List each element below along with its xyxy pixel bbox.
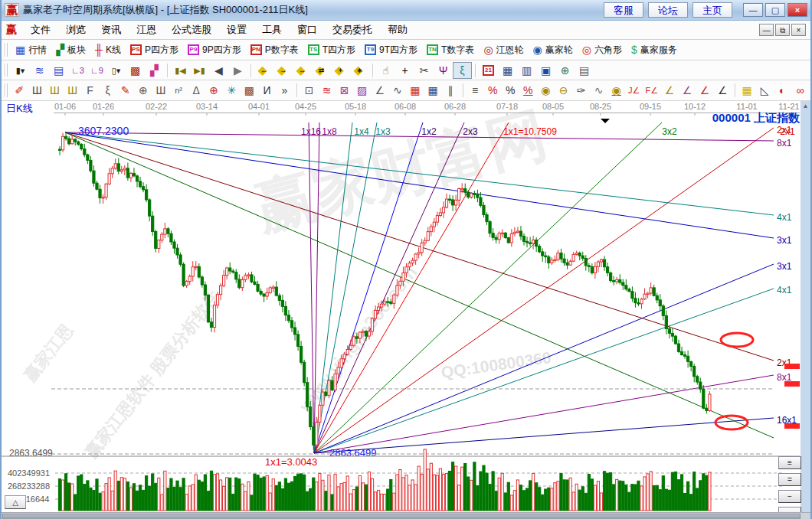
info-panel-button[interactable]: ▤ — [49, 62, 68, 79]
sectors-button[interactable]: ▞板块 — [51, 41, 90, 58]
box-fan-button[interactable]: ⊠ — [336, 82, 353, 99]
mdi-minimize-button[interactable]: — — [759, 24, 774, 36]
zoom-in-all-button[interactable]: ◆+ — [331, 62, 350, 79]
gold-line-button[interactable]: ⊖ — [555, 82, 572, 99]
zoom-out-all-button[interactable]: ◆∗ — [350, 62, 369, 79]
expand-x-button[interactable]: ◆→ — [273, 62, 293, 79]
wave-band-button[interactable]: ∿ — [590, 82, 607, 99]
kline-style-button[interactable]: ▮▾ — [11, 62, 30, 79]
grid-blue-button[interactable]: ▦ — [424, 82, 442, 99]
shrink-x-button[interactable]: ◆← — [254, 62, 273, 79]
delete-line-button[interactable]: ✂ — [414, 62, 434, 79]
crosshair-button[interactable]: + — [395, 62, 414, 79]
calculator-button[interactable]: ▦ — [498, 62, 517, 79]
goto-first-button[interactable]: ▮◀ — [171, 62, 190, 79]
kline-button[interactable]: ╫K线 — [90, 41, 126, 58]
gold-time-1-button[interactable]: Ш — [46, 82, 64, 99]
more-tools-button[interactable]: » — [276, 82, 293, 99]
expand-both-button[interactable]: ◆↔ — [293, 62, 312, 79]
menu-item-6[interactable]: 工具 — [254, 21, 290, 38]
scale-two-lines-button[interactable]: = — [778, 473, 801, 486]
gold-section-button[interactable]: ◉ — [537, 82, 555, 99]
mdi-close-button[interactable]: × — [791, 24, 806, 36]
vertical-scrollbar[interactable]: ▲ — [800, 101, 810, 512]
menu-item-8[interactable]: 交易委托 — [325, 21, 380, 38]
horizontal-scrollbar[interactable] — [2, 512, 810, 519]
winner-service-button[interactable]: $赢家服务 — [627, 41, 682, 58]
winner-wheel-button[interactable]: ◉赢家轮 — [529, 41, 578, 58]
fan-lines-button[interactable]: ≋ — [318, 82, 336, 99]
gold-angle-button[interactable]: ∠ — [660, 82, 678, 99]
toolbar-drag-handle[interactable] — [4, 83, 8, 97]
gann-angle-button[interactable]: ∠ — [696, 82, 714, 99]
gann-wheel-button[interactable]: ◎江恩轮 — [479, 41, 528, 58]
gold-time-2-button[interactable]: Ш — [64, 82, 81, 99]
tool-fork-purple-button[interactable]: Ψ — [434, 62, 453, 79]
fib-time-button[interactable]: F — [81, 82, 99, 99]
box-select-button[interactable]: ⊡ — [300, 82, 318, 99]
wave-line-button[interactable]: ∿ — [388, 82, 406, 99]
trend-tool-button[interactable]: ◺ — [756, 82, 774, 99]
grid-gold-button[interactable]: ▦ — [738, 82, 756, 99]
angle-line-button[interactable]: ∠ — [371, 82, 388, 99]
price-scale-button[interactable]: ≡ — [467, 82, 484, 99]
menu-item-9[interactable]: 帮助 — [380, 21, 415, 38]
print-button[interactable]: ▤ — [575, 62, 594, 79]
menu-item-7[interactable]: 窗口 — [290, 21, 325, 38]
next-page-button[interactable]: ▶ — [228, 62, 247, 79]
spiral-button[interactable]: ξ — [99, 82, 116, 99]
j-angle-button[interactable]: J∠ — [625, 82, 643, 99]
pattern-window-button[interactable]: ≋ — [30, 62, 49, 79]
p-number-table-button[interactable]: PNP数字表 — [246, 41, 303, 58]
scale-three-lines-button[interactable]: ≡ — [778, 456, 801, 469]
grid-3-button[interactable]: ∟3 — [68, 62, 87, 79]
mdi-restore-button[interactable]: ⧉ — [775, 24, 790, 36]
brush-button[interactable]: ✐ — [11, 82, 28, 99]
save-button[interactable]: ▣ — [536, 62, 555, 79]
quotes-button[interactable]: ▦行情 — [11, 41, 51, 58]
gold-band-button[interactable]: ◉ — [607, 82, 625, 99]
f-angle-button[interactable]: F∠ — [643, 82, 660, 99]
angle-a-button[interactable]: Δ — [188, 82, 205, 99]
color-histogram-button[interactable]: ▞ — [145, 62, 164, 79]
time-comb-button[interactable]: Ш — [28, 82, 46, 99]
scroll-up-icon[interactable]: ▲ — [801, 103, 810, 109]
four-angle-button[interactable]: ∠ — [714, 82, 732, 99]
percent-retrace-button[interactable]: % — [484, 82, 502, 99]
grid-red-button[interactable]: ▦ — [406, 82, 424, 99]
menu-item-2[interactable]: 资讯 — [93, 21, 129, 38]
percent-button[interactable]: % — [502, 82, 519, 99]
forum-button[interactable]: 论坛 — [648, 2, 688, 18]
candle-switch-button[interactable]: ▯▾ — [106, 62, 126, 79]
comb-plain-button[interactable]: Ш — [152, 82, 169, 99]
9p-square-button[interactable]: P99P四方形 — [183, 41, 246, 58]
customer-service-button[interactable]: 客服 — [604, 2, 643, 18]
k-mark-button[interactable]: И — [258, 82, 276, 99]
t-square-button[interactable]: TST四方形 — [303, 41, 360, 58]
menu-item-5[interactable]: 设置 — [219, 21, 254, 38]
cycle-circle-button[interactable]: ⊕ — [134, 82, 152, 99]
infinity-button[interactable]: ∞ — [791, 82, 809, 99]
drag-hand-button[interactable]: ☝ — [376, 62, 395, 79]
multi-window-button[interactable]: ▩ — [126, 62, 145, 79]
star-teal-button[interactable]: ✳ — [223, 82, 241, 99]
close-button[interactable]: × — [787, 3, 807, 17]
grid-9-button[interactable]: ∟9 — [87, 62, 106, 79]
calendar-button[interactable]: 21 — [479, 62, 498, 79]
goto-last-button[interactable]: ▶▮ — [190, 62, 209, 79]
notebook-button[interactable]: ▥ — [517, 62, 536, 79]
scale-one-line-button[interactable]: − — [778, 490, 801, 503]
hexagon-button[interactable]: ◎六角形 — [578, 41, 627, 58]
percent-line-button[interactable]: % — [519, 82, 537, 99]
kline-chart[interactable]: 赢家财富网赢家江恩软件 股票分析软件www.yingjia360.comQQ:1… — [2, 101, 812, 512]
save-web-button[interactable]: ⊕ — [555, 62, 575, 79]
parallel-lines-button[interactable]: ∥ — [442, 82, 460, 99]
minimize-button[interactable]: — — [743, 3, 763, 17]
star-box-button[interactable]: ▩ — [241, 82, 258, 99]
menu-item-4[interactable]: 公式选股 — [164, 21, 219, 38]
compress-both-button[interactable]: ◆⇄ — [312, 62, 331, 79]
brush-measure-button[interactable]: ✎ — [116, 82, 134, 99]
tool-fork-teal-button[interactable]: ξ — [453, 62, 472, 79]
toolbar-drag-handle[interactable] — [4, 64, 8, 77]
prev-page-button[interactable]: ◀ — [209, 62, 228, 79]
